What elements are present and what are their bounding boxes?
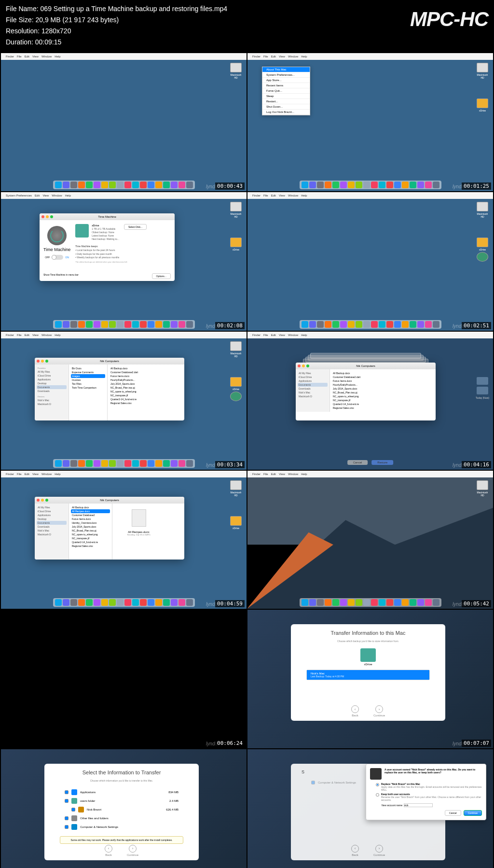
dock-app-icon[interactable]: [379, 321, 385, 328]
finder-window[interactable]: Nik Computers Favorites All My Files iCl…: [35, 358, 184, 420]
dock-app-icon[interactable]: [124, 599, 131, 606]
dock-app-icon[interactable]: [186, 321, 193, 328]
finder-window[interactable]: Nik Computers All My Files iCloud Drive …: [35, 497, 184, 560]
dock-app-icon[interactable]: [70, 460, 77, 467]
dock-app-icon[interactable]: [302, 321, 308, 328]
dock-app-icon[interactable]: [332, 321, 339, 328]
dock-app-icon[interactable]: [63, 599, 69, 606]
dock-app-icon[interactable]: [101, 182, 108, 188]
dock-app-icon[interactable]: [186, 182, 193, 188]
transfer-item[interactable]: Other files and folders: [65, 814, 178, 823]
dock-app-icon[interactable]: [101, 460, 108, 467]
dock-app-icon[interactable]: [78, 321, 85, 328]
dock-app-icon[interactable]: [171, 460, 178, 467]
dock-app-icon[interactable]: [132, 182, 139, 188]
dock-app-icon[interactable]: [155, 321, 162, 328]
options-button[interactable]: Options...: [152, 273, 171, 279]
dock-app-icon[interactable]: [78, 460, 85, 467]
dock-app-icon[interactable]: [124, 460, 131, 467]
dock-app-icon[interactable]: [94, 599, 100, 606]
dock-app-icon[interactable]: [340, 321, 347, 328]
dock-app-icon[interactable]: [186, 599, 193, 606]
dock-app-icon[interactable]: [63, 460, 69, 467]
replace-option[interactable]: Replace "Nick Brazzi" on this MacApply d…: [376, 783, 482, 791]
dock-app-icon[interactable]: [317, 321, 324, 328]
dock-app-icon[interactable]: [410, 599, 416, 606]
dock-app-icon[interactable]: [417, 321, 424, 328]
dock-app-icon[interactable]: [86, 460, 93, 467]
dock-app-icon[interactable]: [163, 460, 170, 467]
dock-app-icon[interactable]: [86, 599, 93, 606]
dock-app-icon[interactable]: [55, 460, 62, 467]
migration-panel[interactable]: Select the Information to Transfer Choos…: [44, 764, 199, 860]
dock-app-icon[interactable]: [348, 321, 355, 328]
time-machine-window[interactable]: Time Machine Time Machine OFF ON: [40, 213, 175, 281]
dock-app-icon[interactable]: [70, 321, 77, 328]
dock-app-icon[interactable]: [402, 321, 409, 328]
new-name-input[interactable]: [404, 803, 433, 807]
dock-app-icon[interactable]: [171, 599, 178, 606]
dock-app-icon[interactable]: [155, 599, 162, 606]
dock-app-icon[interactable]: [325, 321, 331, 328]
dock-app-icon[interactable]: [163, 321, 170, 328]
dock-app-icon[interactable]: [124, 182, 131, 188]
dock-app-icon[interactable]: [101, 321, 108, 328]
dock-app-icon[interactable]: [148, 599, 154, 606]
continue-button[interactable]: ›Continue: [127, 845, 138, 856]
cancel-button[interactable]: Cancel: [445, 810, 461, 816]
dock-app-icon[interactable]: [348, 599, 355, 606]
dock-app-icon[interactable]: [155, 460, 162, 467]
dock-app-icon[interactable]: [394, 182, 401, 188]
tm-restore-finder[interactable]: Nik Computers All My Files iCloud Drive …: [296, 363, 436, 420]
dock-app-icon[interactable]: [140, 599, 147, 606]
dock-app-icon[interactable]: [417, 599, 424, 606]
dock-app-icon[interactable]: [78, 599, 85, 606]
tm-nav-down[interactable]: [477, 387, 488, 394]
dock-app-icon[interactable]: [309, 321, 316, 328]
transfer-item[interactable]: users folder2.4 MB: [65, 797, 178, 805]
continue-button[interactable]: ›Continue: [373, 705, 385, 717]
dock-app-icon[interactable]: [402, 182, 409, 188]
dock-app-icon[interactable]: [94, 321, 100, 328]
dock-app-icon[interactable]: [101, 599, 108, 606]
dock-app-icon[interactable]: [171, 321, 178, 328]
dock-app-icon[interactable]: [109, 599, 116, 606]
dock-app-icon[interactable]: [433, 321, 439, 328]
dock-app-icon[interactable]: [55, 182, 62, 188]
dock-app-icon[interactable]: [178, 182, 185, 188]
back-button[interactable]: ‹Back: [105, 845, 112, 856]
dock-app-icon[interactable]: [356, 182, 362, 188]
dock-app-icon[interactable]: [302, 182, 308, 188]
restore-button[interactable]: Restore: [371, 460, 393, 465]
dock-app-icon[interactable]: [171, 182, 178, 188]
dock-app-icon[interactable]: [63, 182, 69, 188]
select-disk-button[interactable]: Select Disk...: [124, 224, 147, 230]
dock-app-icon[interactable]: [117, 321, 124, 328]
user-conflict-dialog[interactable]: A user account named "Nick Brazzi" alrea…: [366, 764, 486, 820]
dock-app-icon[interactable]: [86, 321, 93, 328]
transfer-item[interactable]: Nick Brazzi626.4 MB: [65, 805, 178, 814]
dock-app-icon[interactable]: [132, 321, 139, 328]
dock-app-icon[interactable]: [356, 599, 362, 606]
dock-app-icon[interactable]: [124, 321, 131, 328]
dock-app-icon[interactable]: [425, 599, 432, 606]
dock-app-icon[interactable]: [163, 182, 170, 188]
dock-app-icon[interactable]: [140, 321, 147, 328]
dock-app-icon[interactable]: [63, 321, 69, 328]
finder-sidebar[interactable]: Favorites All My Files iCloud Drive Appl…: [35, 364, 69, 420]
dock-app-icon[interactable]: [363, 182, 370, 188]
backup-selection[interactable]: Nick's Mac Last Backup: Today at 4:30 PM: [307, 670, 429, 680]
dock-app-icon[interactable]: [109, 460, 116, 467]
dock-app-icon[interactable]: [363, 599, 370, 606]
dock-app-icon[interactable]: [178, 599, 185, 606]
transfer-item[interactable]: Computer & Network Settings: [65, 823, 178, 831]
tm-toggle[interactable]: OFF ON: [45, 255, 69, 260]
dock-app-icon[interactable]: [117, 460, 124, 467]
dock-app-icon[interactable]: [309, 182, 316, 188]
dock-app-icon[interactable]: [425, 182, 432, 188]
dock-app-icon[interactable]: [163, 599, 170, 606]
dock-app-icon[interactable]: [94, 460, 100, 467]
back-button[interactable]: ‹Back: [351, 705, 359, 717]
dock-app-icon[interactable]: [433, 182, 439, 188]
dock-app-icon[interactable]: [148, 460, 154, 467]
